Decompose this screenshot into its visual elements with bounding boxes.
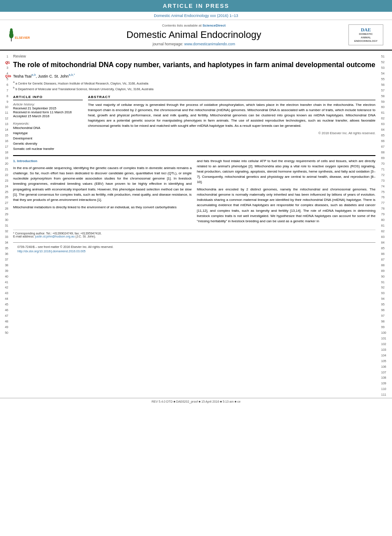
line-num-82: 82	[381, 229, 392, 234]
line-num-14: 14	[0, 127, 8, 133]
line-num-70: 70	[381, 161, 392, 167]
line-num-69: 69	[381, 156, 392, 161]
line-num-16: 16	[0, 139, 8, 144]
line-num-50: 50	[0, 330, 8, 336]
intro-heading: 1. Introduction	[13, 159, 192, 164]
line-num-87: 87	[381, 257, 392, 263]
line-num-57: 57	[381, 88, 392, 94]
review-label: Review	[13, 54, 375, 58]
line-num-79: 79	[381, 212, 392, 217]
line-num-74: 74	[381, 184, 392, 190]
journal-title: Domestic Animal Endocrinology	[39, 29, 348, 41]
line-num-25: 25	[0, 190, 8, 195]
line-num-108: 108	[381, 375, 392, 381]
line-num-78: 78	[381, 206, 392, 212]
line-num-49: 49	[0, 325, 8, 330]
line-num-33: 33	[0, 234, 8, 240]
doi-text: Domestic Animal Endocrinology xxx (2016)…	[154, 14, 238, 18]
line-num-9: 9	[0, 99, 8, 105]
body-col-left: 1. Introduction In the era of genome-wid…	[13, 159, 192, 226]
journal-logo-box: DAE DOMESTIC ANIMAL ENDOCRINOLOGY	[348, 24, 383, 45]
journal-homepage: journal homepage: www.domesticanimalendo…	[39, 42, 348, 46]
article-info-abstract: ARTICLE INFO Article history: Received 2…	[13, 95, 375, 152]
body-col-right: and fats through food intake into cellul…	[197, 159, 375, 226]
line-num-46: 46	[0, 308, 8, 313]
elsevier-logo: ELSEVIER	[9, 26, 39, 44]
line-num-101: 101	[381, 336, 392, 342]
line-num-102: 102	[381, 342, 392, 347]
line-num-86: 86	[381, 251, 392, 257]
line-num-85: 85	[381, 246, 392, 251]
line-num-84: 84	[381, 240, 392, 246]
line-num-6: 6	[0, 82, 8, 88]
copyright-line: © 2016 Elsevier Inc. All rights reserved…	[88, 131, 375, 135]
line-num-107: 107	[381, 370, 392, 376]
left-line-numbers: 1234567891011121314151617181920212223242…	[0, 51, 10, 398]
intro-para2: Mitochondrial metabolism is directly lin…	[13, 205, 192, 210]
line-num-38: 38	[0, 263, 8, 268]
q1-label: Q1	[5, 61, 10, 64]
line-num-21: 21	[0, 167, 8, 173]
line-num-40: 40	[0, 274, 8, 280]
line-num-56: 56	[381, 82, 392, 88]
line-num-24: 24	[0, 184, 8, 190]
line-num-37: 37	[0, 257, 8, 263]
line-num-58: 58	[381, 94, 392, 99]
line-num-106: 106	[381, 364, 392, 370]
article-history: Article history: Received 21 September 2…	[13, 102, 83, 118]
line-num-77: 77	[381, 200, 392, 206]
svg-point-3	[10, 28, 13, 32]
line-num-13: 13	[0, 122, 8, 127]
line-num-66: 66	[381, 139, 392, 144]
line-num-60: 60	[381, 105, 392, 110]
article-title: The role of mitochondrial DNA copy numbe…	[13, 61, 375, 70]
line-num-100: 100	[381, 330, 392, 336]
line-num-76: 76	[381, 195, 392, 200]
abstract-header: ABSTRACT	[88, 95, 375, 100]
line-num-67: 67	[381, 144, 392, 150]
line-num-62: 62	[381, 116, 392, 122]
footer-note-text: 0739-7240/$ – see front matter © 2016 El…	[17, 245, 113, 254]
line-num-8: 8	[0, 94, 8, 99]
article-info-col: ARTICLE INFO Article history: Received 2…	[13, 95, 83, 152]
line-num-71: 71	[381, 167, 392, 173]
line-num-3: 3	[0, 65, 8, 71]
line-num-91: 91	[381, 280, 392, 285]
line-num-10: 10	[0, 105, 8, 110]
journal-logo-right: DAE DOMESTIC ANIMAL ENDOCRINOLOGY	[348, 24, 383, 45]
line-num-81: 81	[381, 223, 392, 229]
article-in-press-banner: ARTICLE IN PRESS	[0, 0, 392, 12]
line-num-22: 22	[0, 173, 8, 178]
q1b-label: Q1b	[5, 75, 11, 78]
line-num-47: 47	[0, 313, 8, 319]
line-num-12: 12	[0, 116, 8, 122]
svg-text:ELSEVIER: ELSEVIER	[15, 36, 30, 39]
line-num-43: 43	[0, 291, 8, 296]
line-num-80: 80	[381, 217, 392, 223]
line-num-93: 93	[381, 291, 392, 296]
line-num-59: 59	[381, 99, 392, 105]
authors: Tesha Tsaia,b, Justin C. St. Johna,b,*	[13, 73, 375, 78]
line-num-96: 96	[381, 308, 392, 313]
intro-para3: and fats through food intake into cellul…	[197, 159, 375, 185]
line-num-41: 41	[0, 280, 8, 285]
line-num-7: 7	[0, 88, 8, 94]
journal-header: ELSEVIER Contents lists available at Sci…	[0, 20, 392, 51]
line-num-44: 44	[0, 296, 8, 302]
line-num-68: 68	[381, 150, 392, 156]
keywords-list: Mitochondrial DNA Haplotype Development …	[13, 126, 83, 152]
line-num-97: 97	[381, 313, 392, 319]
svg-rect-0	[11, 38, 12, 41]
line-num-90: 90	[381, 274, 392, 280]
line-num-39: 39	[0, 268, 8, 274]
line-num-109: 109	[381, 381, 392, 387]
doi-line: Domestic Animal Endocrinology xxx (2016)…	[0, 12, 392, 20]
line-num-105: 105	[381, 359, 392, 364]
abstract-col: ABSTRACT The vast majority of cellular e…	[88, 95, 375, 152]
line-num-42: 42	[0, 285, 8, 291]
line-num-98: 98	[381, 319, 392, 325]
line-num-32: 32	[0, 229, 8, 234]
line-num-36: 36	[0, 251, 8, 257]
line-num-75: 75	[381, 190, 392, 195]
line-num-1: 1	[0, 54, 8, 60]
